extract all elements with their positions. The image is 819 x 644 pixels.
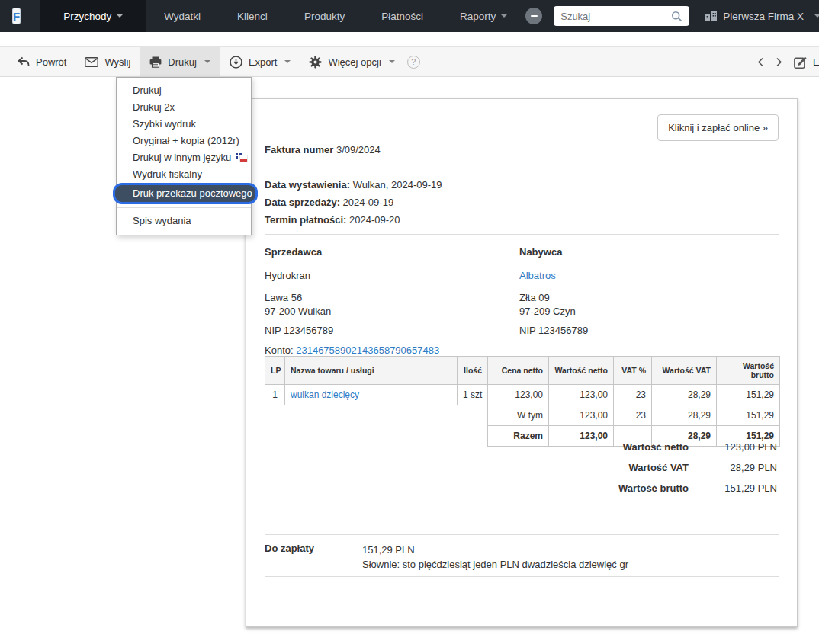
divider: [265, 534, 779, 535]
table-subtotal-row: W tym 123,00 23 28,29 151,29: [265, 405, 780, 426]
nav-item-label: Płatności: [381, 11, 423, 22]
edit-pencil-icon: [794, 56, 808, 69]
navbar-right: Pierwsza Firma X: [525, 6, 819, 26]
invoice-totals: Wartość netto 123,00 PLN Wartość VAT 28,…: [618, 441, 777, 503]
invoice-number-label: Faktura numer: [265, 144, 333, 155]
invoice-document: Kliknij i zapłać online » Faktura numer …: [246, 98, 798, 627]
buyer-name-link[interactable]: Albatros: [519, 270, 556, 281]
company-switcher[interactable]: Pierwsza Firma X: [705, 11, 819, 22]
menu-item-oryginal-kopia[interactable]: Oryginał + kopia (2012r): [117, 133, 251, 149]
main-menu: Przychody Wydatki Klienci Produkty Płatn…: [40, 0, 525, 32]
seller-name: Hydrokran: [265, 270, 439, 281]
menu-separator: [117, 207, 251, 208]
printer-icon: [149, 56, 162, 68]
menu-item-drukuj[interactable]: Drukuj: [117, 82, 251, 99]
search-input[interactable]: [560, 11, 671, 22]
chevron-down-icon: [389, 60, 395, 63]
back-button[interactable]: Powrót: [8, 47, 75, 76]
top-navbar: F Przychody Wydatki Klienci Produkty Pła…: [0, 0, 819, 32]
invoice-items-table: LP Nazwa towaru / usługi Ilość Cena nett…: [265, 356, 780, 447]
payment-details: 151,29 PLN Słownie: sto pięćdziesiąt jed…: [362, 543, 779, 572]
chevron-left-icon: [757, 57, 764, 67]
buyer-title: Nabywca: [519, 246, 588, 258]
table-row: 1 wulkan dziecięcy 1 szt 123,00 123,00 2…: [265, 385, 780, 405]
total-gross-row: Wartość brutto 151,29 PLN: [618, 482, 777, 494]
gear-icon: [309, 56, 322, 69]
divider: [265, 576, 779, 577]
nav-item-przychody[interactable]: Przychody: [40, 0, 146, 32]
search-icon[interactable]: [671, 11, 682, 22]
chevron-down-icon: [284, 60, 291, 63]
invoice-number: Faktura numer 3/09/2024: [265, 144, 381, 155]
buyer-address: Złta 09 97-209 Czyn: [519, 291, 588, 319]
nav-item-label: Raporty: [460, 11, 496, 22]
buyer-nip: NIP 123456789: [519, 325, 588, 336]
toolbar-right: Edytuj: [757, 47, 819, 76]
sale-date-row: Data sprzedaży: 2024-09-19: [265, 194, 442, 211]
payment-section: Do zapłaty 151,29 PLN Słownie: sto pięćd…: [265, 543, 779, 572]
total-vat-row: Wartość VAT 28,29 PLN: [618, 462, 777, 473]
print-dropdown-menu: Drukuj Drukuj 2x Szybki wydruk Oryginał …: [116, 77, 252, 235]
nav-item-raporty[interactable]: Raporty: [442, 0, 525, 32]
next-document-button[interactable]: [776, 57, 782, 67]
invoice-dates: Data wystawienia: Wulkan, 2024-09-19 Dat…: [265, 176, 442, 229]
seller-account-row: Konto: 23146758902143658790657483: [265, 344, 439, 356]
chevron-down-icon: [117, 14, 123, 18]
divider: [265, 234, 779, 235]
back-arrow-icon: [17, 56, 30, 67]
chevron-down-icon: [814, 14, 819, 18]
menu-item-drukuj-w-innym-jezyku[interactable]: Drukuj w innym języku: [117, 149, 251, 166]
nav-item-wydatki[interactable]: Wydatki: [146, 0, 219, 32]
nav-item-label: Produkty: [304, 11, 345, 22]
print-label: Drukuj: [168, 56, 197, 68]
nav-item-label: Wydatki: [164, 11, 201, 22]
more-options-label: Więcej opcji: [328, 56, 381, 68]
back-label: Powrót: [36, 56, 66, 68]
app-logo[interactable]: F: [12, 8, 21, 24]
menu-item-szybki-wydruk[interactable]: Szybki wydruk: [117, 116, 251, 133]
previous-document-button[interactable]: [757, 57, 764, 67]
minimize-button[interactable]: [525, 8, 542, 24]
invoice-number-value: 3/09/2024: [336, 144, 381, 155]
edit-button[interactable]: Edytuj: [794, 56, 819, 69]
chevron-down-icon: [204, 60, 210, 63]
seller-block: Sprzedawca Hydrokran Lawa 56 97-200 Wulk…: [265, 246, 439, 356]
export-download-icon: [230, 56, 242, 69]
export-button[interactable]: Export: [220, 47, 300, 76]
table-header-row: LP Nazwa towaru / usługi Ilość Cena nett…: [265, 357, 780, 385]
send-button[interactable]: Wyślij: [75, 47, 140, 76]
payment-in-words: Słownie: sto pięćdziesiąt jeden PLN dwad…: [362, 557, 779, 572]
payment-label: Do zapłaty: [265, 543, 314, 554]
menu-item-druk-przekazu-pocztowego[interactable]: Druk przekazu pocztowego: [117, 185, 251, 202]
menu-item-drukuj-2x[interactable]: Drukuj 2x: [117, 99, 251, 116]
buyer-block: Nabywca Albatros Złta 09 97-209 Czyn NIP…: [519, 246, 588, 344]
minus-icon: [531, 15, 538, 17]
send-label: Wyślij: [104, 56, 130, 68]
seller-address: Lawa 56 97-200 Wulkan: [265, 291, 439, 319]
search-box: [554, 6, 689, 26]
language-flag-icon: [236, 153, 247, 162]
seller-title: Sprzedawca: [265, 246, 439, 258]
issue-date-row: Data wystawienia: Wulkan, 2024-09-19: [265, 176, 442, 194]
envelope-icon: [85, 57, 98, 67]
more-options-button[interactable]: Więcej opcji: [300, 47, 403, 76]
nav-item-platnosci[interactable]: Płatności: [363, 0, 442, 32]
menu-item-wydruk-fiskalny[interactable]: Wydruk fiskalny: [117, 166, 251, 183]
nav-item-produkty[interactable]: Produkty: [286, 0, 363, 32]
payment-amount: 151,29 PLN: [362, 543, 779, 557]
nav-item-label: Przychody: [63, 11, 111, 22]
menu-item-spis-wydania[interactable]: Spis wydania: [117, 213, 251, 229]
seller-account-link[interactable]: 23146758902143658790657483: [296, 344, 439, 356]
print-button[interactable]: Drukuj: [140, 47, 220, 76]
seller-nip: NIP 123456789: [265, 325, 439, 336]
building-icon: [705, 11, 718, 21]
help-icon[interactable]: ?: [407, 56, 420, 69]
company-name: Pierwsza Firma X: [723, 11, 804, 22]
nav-item-label: Klienci: [237, 11, 268, 22]
pay-online-button[interactable]: Kliknij i zapłać online »: [657, 114, 779, 141]
nav-item-klienci[interactable]: Klienci: [219, 0, 286, 32]
edit-label: Edytuj: [813, 56, 819, 68]
product-link[interactable]: wulkan dziecięcy: [291, 389, 359, 400]
invoice-toolbar: Powrót Wyślij Drukuj Export: [0, 46, 819, 77]
chevron-right-icon: [776, 57, 782, 67]
